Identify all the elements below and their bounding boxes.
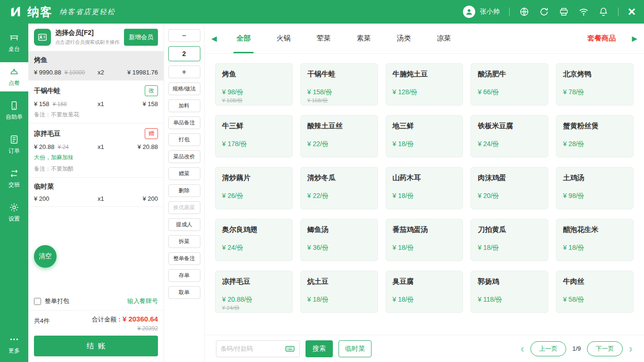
checkout-button[interactable]: 结账 [34, 336, 158, 356]
pack-button[interactable]: 打包 [168, 133, 200, 146]
tab-all[interactable]: 全部 [223, 24, 264, 53]
order-item[interactable]: 干锅牛蛙 改 ¥ 158 ¥ 168 x1 ¥ 158 备注：不要放葱花 [28, 81, 164, 123]
save-order-button[interactable]: 存单 [168, 269, 200, 282]
prev-page-button[interactable]: 上一页 [530, 341, 566, 356]
menu-item-card[interactable]: 奥尔良鸡翅¥ 24/份 [215, 219, 293, 261]
order-item[interactable]: 凉拌毛豆 赠 ¥ 20.88 ¥ 24 x1 ¥ 20.88 大份，加麻加辣 备… [28, 123, 164, 178]
add-member-button[interactable]: 新增会员 [124, 29, 158, 46]
qty-plus-button[interactable]: + [168, 66, 200, 78]
qty-value[interactable]: 2 [168, 46, 200, 61]
menu-item-price: ¥ 18/份 [563, 244, 584, 252]
menu-item-card[interactable]: 鲫鱼汤¥ 36/份 [300, 219, 378, 261]
tabs-scroll-right-icon[interactable]: ▶ [625, 24, 644, 53]
sidebar-item-self-order[interactable]: 自助单 [0, 96, 28, 125]
temp-dish-button[interactable]: 临时菜 [339, 340, 372, 357]
menu-item-original-price: ¥ 24/份 [222, 304, 239, 312]
clear-order-button[interactable]: 清空 [34, 245, 57, 268]
add-ingredient-button[interactable]: 加料 [168, 99, 200, 112]
keyboard-icon[interactable] [285, 344, 295, 354]
menu-item-card[interactable]: 清炒冬瓜¥ 22/份 [300, 167, 378, 209]
bell-icon[interactable] [598, 7, 609, 17]
menu-item-card[interactable]: 牛三鲜¥ 178/份 [215, 115, 293, 157]
menu-item-card[interactable]: 地三鲜¥ 18/份 [386, 115, 463, 157]
member-select-area[interactable]: 选择会员[F2] 点击进行会员搜索或刷卡操作 [55, 29, 120, 46]
retrieve-order-button[interactable]: 取单 [168, 286, 200, 299]
brand-logo-icon [8, 5, 23, 19]
member-bar: 选择会员[F2] 点击进行会员搜索或刷卡操作 新增会员 [28, 24, 164, 51]
search-button[interactable]: 搜索 [305, 340, 333, 357]
order-note-button[interactable]: 整单备注 [168, 252, 200, 265]
sync-icon[interactable] [539, 7, 549, 17]
wifi-icon[interactable] [578, 7, 589, 17]
order-item[interactable]: 烤鱼 ¥ 9990.88 ¥ 10000 x2 ¥ 19981.76 [28, 51, 164, 81]
menu-item-card[interactable]: 土鸡汤¥ 98/份 [556, 167, 634, 209]
menu-item-card[interactable]: 醋泡花生米¥ 18/份 [556, 219, 634, 261]
menu-item-card[interactable]: 肉沫鸡蛋¥ 20/份 [471, 167, 548, 209]
menu-item-name: 土鸡汤 [563, 173, 584, 182]
tab-cold-dish[interactable]: 凉菜 [424, 24, 464, 53]
menu-item-card[interactable]: 烤鱼¥ 98/份¥ 108/份 [215, 63, 293, 106]
commission-person-button[interactable]: 提成人 [168, 218, 200, 231]
page-chevron-right-icon[interactable]: › [629, 343, 633, 354]
menu-item-card[interactable]: 臭豆腐¥ 18/份 [386, 271, 463, 313]
change-price-button[interactable]: 菜品改价 [168, 150, 200, 163]
tab-soup[interactable]: 汤类 [384, 24, 424, 53]
enter-plate-number-link[interactable]: 输入餐牌号 [127, 297, 158, 305]
order-panel: 选择会员[F2] 点击进行会员搜索或刷卡操作 新增会员 烤鱼 ¥ 9990.88… [28, 24, 164, 362]
menu-item-card[interactable]: 凉拌毛豆¥ 20.88/份¥ 24/份 [215, 271, 293, 313]
user-name: 张小帅 [480, 8, 500, 16]
menu-item-card[interactable]: 铁板米豆腐¥ 24/份 [471, 115, 548, 157]
tab-vegetable[interactable]: 素菜 [344, 24, 384, 53]
more-dots-icon [9, 334, 19, 345]
sidebar: 桌台 点餐 自助单 订单 交班 设置 更多 [0, 24, 28, 362]
gift-dish-button[interactable]: 赠菜 [168, 167, 200, 180]
tabs-scroll-left-icon[interactable]: ◀ [205, 24, 223, 53]
barcode-input[interactable] [221, 345, 285, 352]
globe-sync-icon[interactable] [519, 7, 529, 17]
menu-item-card[interactable]: 清炒藕片¥ 26/份 [215, 167, 293, 209]
close-icon[interactable]: × [628, 7, 636, 17]
split-dish-button[interactable]: 拆菜 [168, 235, 200, 248]
menu-item-name: 刀拍黄瓜 [478, 225, 506, 234]
menu-item-card[interactable]: 番茄鸡蛋汤¥ 18/份 [386, 219, 463, 261]
menu-item-card[interactable]: 郭扬鸡¥ 118/份 [471, 271, 548, 313]
sidebar-item-settings[interactable]: 设置 [0, 198, 28, 227]
menu-item-name: 酸汤肥牛 [478, 70, 506, 79]
menu-item-card[interactable]: 蟹黄粉丝煲¥ 28/份 [556, 115, 634, 157]
sidebar-item-tables[interactable]: 桌台 [0, 28, 28, 58]
menu-item-card[interactable]: 炕土豆¥ 18/份 [300, 271, 378, 313]
pack-whole-order-checkbox[interactable] [34, 298, 41, 305]
sidebar-item-label: 设置 [8, 215, 20, 223]
tab-hotpot[interactable]: 火锅 [264, 24, 304, 53]
menu-item-card[interactable]: 酸汤肥牛¥ 66/份 [471, 63, 548, 106]
order-item-price: ¥ 9990.88 [34, 69, 61, 76]
next-page-button[interactable]: 下一页 [587, 341, 623, 356]
sidebar-item-orders[interactable]: 订单 [0, 130, 28, 159]
menu-item-card[interactable]: 北京烤鸭¥ 78/份 [556, 63, 634, 106]
tab-combo-products[interactable]: 套餐商品 [578, 24, 625, 53]
menu-item-price: ¥ 20.88/份 [222, 296, 253, 304]
printer-icon[interactable] [559, 7, 569, 17]
qty-minus-button[interactable]: − [168, 29, 200, 42]
sidebar-item-ordering[interactable]: 点餐 [0, 62, 28, 91]
order-item-original-price: ¥ 24 [58, 144, 68, 150]
menu-item-card[interactable]: 山药木耳¥ 18/份 [386, 167, 463, 209]
menu-item-name: 臭豆腐 [393, 277, 414, 286]
modify-item-button[interactable]: 改 [145, 85, 158, 96]
page-chevron-left-icon[interactable]: ‹ [520, 343, 524, 354]
totals-row: 共4件 合计金额：¥ 20360.64 ¥ 20392 [28, 310, 164, 336]
tab-meat[interactable]: 荤菜 [304, 24, 344, 53]
item-note-button[interactable]: 单品备注 [168, 116, 200, 129]
menu-item-card[interactable]: 干锅牛蛙¥ 158/份¥ 168/份 [300, 63, 378, 106]
menu-item-card[interactable]: 酸辣土豆丝¥ 22/份 [300, 115, 378, 157]
menu-item-card[interactable]: 刀拍黄瓜¥ 18/份 [471, 219, 548, 261]
sidebar-item-more[interactable]: 更多 [0, 330, 28, 359]
sidebar-item-shift[interactable]: 交班 [0, 164, 28, 193]
delete-button[interactable]: 删除 [168, 184, 200, 197]
menu-item-card[interactable]: 牛肉丝¥ 58/份 [556, 271, 634, 313]
menu-item-price: ¥ 58/份 [563, 296, 584, 304]
menu-item-card[interactable]: 牛腩炖土豆¥ 128/份 [386, 63, 463, 106]
spec-method-button[interactable]: 规格/做法 [168, 82, 200, 95]
order-item[interactable]: 临时菜 ¥ 200 x1 ¥ 200 [28, 178, 164, 207]
user-avatar[interactable] [463, 6, 475, 18]
